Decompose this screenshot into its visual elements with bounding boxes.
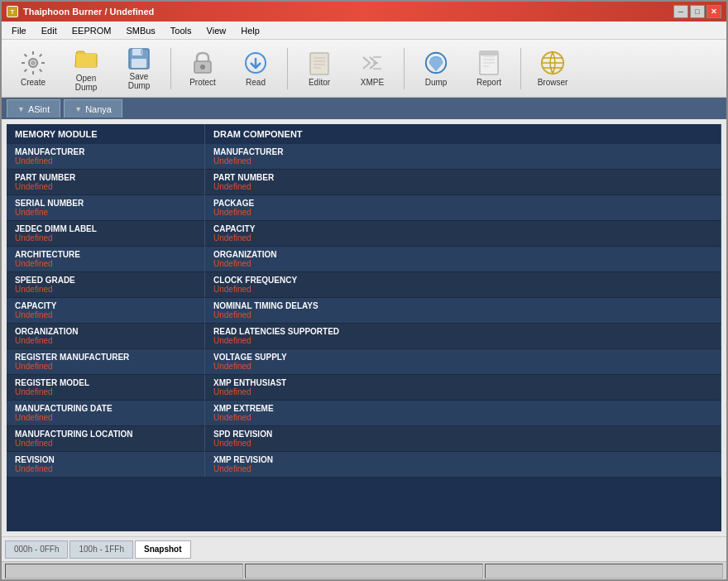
status-tab-100[interactable]: 100h - 1FFh xyxy=(69,540,132,559)
status-tab-000[interactable]: 000h - 0FFh xyxy=(5,540,68,559)
protect-label: Protect xyxy=(189,78,216,87)
table-row[interactable]: REGISTER MANUFACTURER Undefined VOLTAGE … xyxy=(7,349,721,375)
status-bottom xyxy=(2,561,726,579)
read-button[interactable]: Read xyxy=(231,44,280,94)
cell-right-value: Undefined xyxy=(213,156,712,166)
cell-left-value: Undefined xyxy=(15,233,196,242)
save-dump-button[interactable]: Save Dump xyxy=(114,44,164,94)
status-segment-1 xyxy=(5,564,243,579)
table-row[interactable]: PART NUMBER Undefined PART NUMBER Undefi… xyxy=(7,170,721,195)
table-row[interactable]: CAPACITY Undefined NOMINAL TIMING DELAYS… xyxy=(7,298,721,324)
col-header-dram: DRAM COMPONENT xyxy=(205,124,721,144)
create-label: Create xyxy=(21,78,46,87)
gear-icon xyxy=(20,50,46,76)
cell-right-label: VOLTAGE SUPPLY xyxy=(213,353,712,362)
cell-left-label: JEDEC DIMM LABEL xyxy=(15,224,196,233)
table-row[interactable]: MANUFACTURER Undefined MANUFACTURER Unde… xyxy=(7,144,721,170)
menu-smbus[interactable]: SMBus xyxy=(119,24,161,37)
svg-point-3 xyxy=(31,60,36,65)
table-body[interactable]: MANUFACTURER Undefined MANUFACTURER Unde… xyxy=(7,144,721,531)
data-table: MEMORY MODULE DRAM COMPONENT MANUFACTURE… xyxy=(7,124,721,531)
cell-left-value: Undefined xyxy=(15,182,196,191)
menu-tools[interactable]: Tools xyxy=(164,24,199,37)
cell-right-label: ORGANIZATION xyxy=(213,250,712,259)
cell-right-value: Undefined xyxy=(213,336,712,345)
minimize-button[interactable]: ─ xyxy=(673,5,688,18)
menu-view[interactable]: View xyxy=(200,24,233,37)
cell-right-label: XMP ENTHUSIAST xyxy=(213,378,712,387)
menu-edit[interactable]: Edit xyxy=(35,24,64,37)
cell-left-value: Undefine xyxy=(15,208,196,217)
table-header: MEMORY MODULE DRAM COMPONENT xyxy=(7,124,721,144)
menu-help[interactable]: Help xyxy=(234,24,266,37)
tab-nanya-arrow: ▼ xyxy=(74,105,82,113)
report-label: Report xyxy=(477,78,501,87)
toolbar: Create Open Dump Save Dump xyxy=(2,40,726,98)
browser-label: Browser xyxy=(538,78,568,87)
status-tab-snapshot[interactable]: Snapshot xyxy=(135,540,191,559)
dump-label: Dump xyxy=(425,78,448,87)
cell-left-value: Undefined xyxy=(15,362,196,371)
separator-1 xyxy=(170,48,171,89)
svg-rect-11 xyxy=(310,53,328,74)
cell-left-label: MANUFACTURER xyxy=(15,147,196,156)
folder-icon xyxy=(73,46,99,72)
cell-left-value: Undefined xyxy=(15,259,196,268)
cell-left-label: ARCHITECTURE xyxy=(15,250,196,259)
tab-asint[interactable]: ▼ ASint xyxy=(7,99,60,118)
cell-right-value: Undefined xyxy=(213,464,712,473)
read-label: Read xyxy=(246,78,266,87)
table-row[interactable]: REGISTER MODEL Undefined XMP ENTHUSIAST … xyxy=(7,375,721,401)
tab-nanya[interactable]: ▼ Nanya xyxy=(64,99,122,118)
lock-icon xyxy=(189,50,216,76)
cell-right-label: PACKAGE xyxy=(213,199,712,208)
cell-right-value: Undefined xyxy=(213,182,712,191)
cell-left-label: CAPACITY xyxy=(15,301,196,310)
main-content: MEMORY MODULE DRAM COMPONENT MANUFACTURE… xyxy=(2,119,726,579)
table-row[interactable]: MANUFACTURING DATE Undefined XMP EXTREME… xyxy=(7,401,721,426)
svg-rect-6 xyxy=(141,50,143,55)
maximize-button[interactable]: □ xyxy=(690,5,705,18)
table-row[interactable]: ORGANIZATION Undefined READ LATENCIES SU… xyxy=(7,324,721,349)
table-row[interactable]: SPEED GRADE Undefined CLOCK FREQUENCY Un… xyxy=(7,272,721,298)
cell-left-label: ORGANIZATION xyxy=(15,327,196,336)
table-row[interactable]: MANUFACTURING LOCATION Undefined SPD REV… xyxy=(7,426,721,452)
cell-left-label: MANUFACTURING DATE xyxy=(15,404,196,413)
protect-button[interactable]: Protect xyxy=(178,44,228,94)
editor-button[interactable]: Editor xyxy=(295,44,344,94)
cell-right-value: Undefined xyxy=(213,387,712,396)
window-controls: ─ □ ✕ xyxy=(673,5,721,18)
menu-eeprom[interactable]: EEPROM xyxy=(65,24,118,37)
cell-right-value: Undefined xyxy=(213,310,712,319)
menu-file[interactable]: File xyxy=(5,24,33,37)
close-button[interactable]: ✕ xyxy=(706,5,721,18)
svg-text:T: T xyxy=(11,9,15,15)
svg-point-9 xyxy=(200,65,205,70)
xmpe-button[interactable]: XMPE xyxy=(347,44,397,94)
window-title: Thaiphoon Burner / Undefined xyxy=(23,7,154,17)
cell-left-value: Undefined xyxy=(15,310,196,319)
status-bar: 000h - 0FFh 100h - 1FFh Snapshot xyxy=(2,536,726,561)
status-segment-3 xyxy=(485,564,723,579)
cell-right-value: Undefined xyxy=(213,413,712,422)
cell-left-value: Undefined xyxy=(15,336,196,345)
table-row[interactable]: ARCHITECTURE Undefined ORGANIZATION Unde… xyxy=(7,247,721,272)
cell-left-label: SPEED GRADE xyxy=(15,276,196,285)
save-dump-label: Save Dump xyxy=(118,72,160,90)
table-row[interactable]: REVISION Undefined XMP REVISION Undefine… xyxy=(7,452,721,478)
separator-3 xyxy=(404,48,405,89)
cell-right-label: XMP EXTREME xyxy=(213,404,712,413)
cell-left-value: Undefined xyxy=(15,156,196,166)
browser-button[interactable]: Browser xyxy=(528,44,577,94)
table-row[interactable]: SERIAL NUMBER Undefine PACKAGE Undefined xyxy=(7,195,721,221)
table-row[interactable]: JEDEC DIMM LABEL Undefined CAPACITY Unde… xyxy=(7,221,721,247)
cell-right-label: CAPACITY xyxy=(213,224,712,233)
open-dump-button[interactable]: Open Dump xyxy=(61,44,111,94)
tab-bar: ▼ ASint ▼ Nanya xyxy=(2,98,726,119)
create-button[interactable]: Create xyxy=(8,44,58,94)
editor-label: Editor xyxy=(309,78,330,87)
dump-button[interactable]: Dump xyxy=(411,44,461,94)
cell-left-value: Undefined xyxy=(15,285,196,294)
svg-rect-7 xyxy=(132,59,146,68)
report-button[interactable]: Report xyxy=(464,44,514,94)
